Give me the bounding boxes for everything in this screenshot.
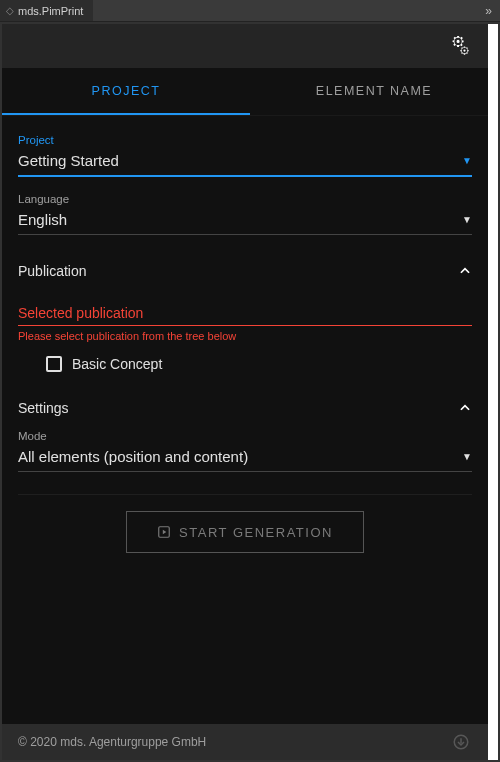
panel: PROJECT ELEMENT NAME Project Getting Sta…	[2, 24, 498, 760]
select-value: English	[18, 211, 67, 228]
caret-down-icon: ▼	[462, 214, 472, 225]
field-label: Mode	[18, 430, 472, 442]
play-icon	[157, 525, 171, 539]
selected-publication-block: Selected publication Please select publi…	[18, 305, 472, 342]
language-field: Language English ▼	[18, 193, 472, 235]
selected-publication-label: Selected publication	[18, 305, 472, 326]
chevrons-right-icon: »	[485, 4, 492, 18]
download-icon[interactable]	[452, 733, 470, 751]
toolbar	[2, 24, 498, 68]
content: Project Getting Started ▼ Language Engli…	[2, 116, 488, 724]
grip-icon: ◇	[6, 5, 14, 16]
section-title: Settings	[18, 400, 69, 416]
project-field: Project Getting Started ▼	[18, 134, 472, 177]
caret-down-icon: ▼	[462, 451, 472, 462]
expand-button[interactable]: »	[477, 0, 500, 21]
footer: © 2020 mds. Agenturgruppe GmbH	[2, 724, 488, 760]
chevron-up-icon	[458, 264, 472, 278]
start-button-label: START GENERATION	[179, 525, 333, 540]
settings-section-header[interactable]: Settings	[18, 392, 472, 424]
tab-bar: PROJECT ELEMENT NAME	[2, 68, 498, 116]
window-tab-title: mds.PimPrint	[18, 5, 83, 17]
tab-element-name[interactable]: ELEMENT NAME	[250, 68, 498, 115]
field-label: Language	[18, 193, 472, 205]
settings-gears-icon[interactable]	[448, 35, 470, 57]
window-tab-bar: ◇ mds.PimPrint »	[0, 0, 500, 22]
footer-copyright: © 2020 mds. Agenturgruppe GmbH	[18, 735, 206, 749]
divider	[18, 494, 472, 495]
tab-label: PROJECT	[92, 84, 161, 98]
scrollbar[interactable]	[488, 24, 498, 760]
checkbox-icon[interactable]	[46, 356, 62, 372]
mode-field: Mode All elements (position and content)…	[18, 430, 472, 472]
project-select[interactable]: Getting Started ▼	[18, 148, 472, 177]
window-tab[interactable]: ◇ mds.PimPrint	[0, 0, 93, 21]
publication-tree-item[interactable]: Basic Concept	[18, 348, 472, 372]
start-generation-button[interactable]: START GENERATION	[126, 511, 364, 553]
section-title: Publication	[18, 263, 87, 279]
chevron-up-icon	[458, 401, 472, 415]
selected-publication-hint: Please select publication from the tree …	[18, 330, 472, 342]
svg-marker-1	[163, 530, 167, 535]
field-label: Project	[18, 134, 472, 146]
tree-item-label: Basic Concept	[72, 356, 162, 372]
mode-select[interactable]: All elements (position and content) ▼	[18, 444, 472, 472]
select-value: All elements (position and content)	[18, 448, 248, 465]
tab-project[interactable]: PROJECT	[2, 68, 250, 115]
language-select[interactable]: English ▼	[18, 207, 472, 235]
tab-label: ELEMENT NAME	[316, 84, 432, 98]
select-value: Getting Started	[18, 152, 119, 169]
publication-section-header[interactable]: Publication	[18, 255, 472, 287]
caret-down-icon: ▼	[462, 155, 472, 166]
